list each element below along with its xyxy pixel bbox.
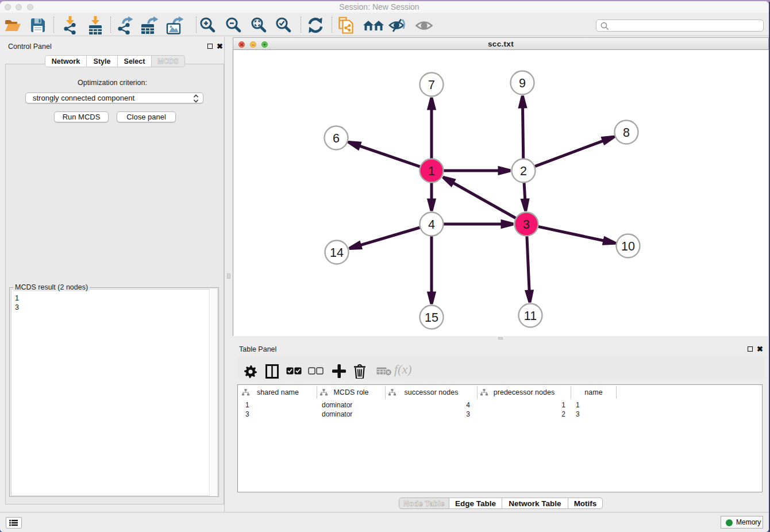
svg-text:2: 2: [520, 164, 527, 178]
svg-text:10: 10: [621, 240, 635, 253]
svg-text:6: 6: [333, 132, 340, 145]
svg-text:14: 14: [330, 246, 344, 260]
svg-text:7: 7: [428, 78, 435, 92]
svg-text:1: 1: [428, 164, 435, 178]
svg-text:8: 8: [623, 126, 630, 140]
svg-text:9: 9: [519, 76, 526, 90]
svg-text:11: 11: [524, 309, 537, 323]
svg-text:3: 3: [523, 218, 530, 232]
svg-text:15: 15: [425, 311, 438, 325]
svg-text:4: 4: [428, 218, 435, 232]
